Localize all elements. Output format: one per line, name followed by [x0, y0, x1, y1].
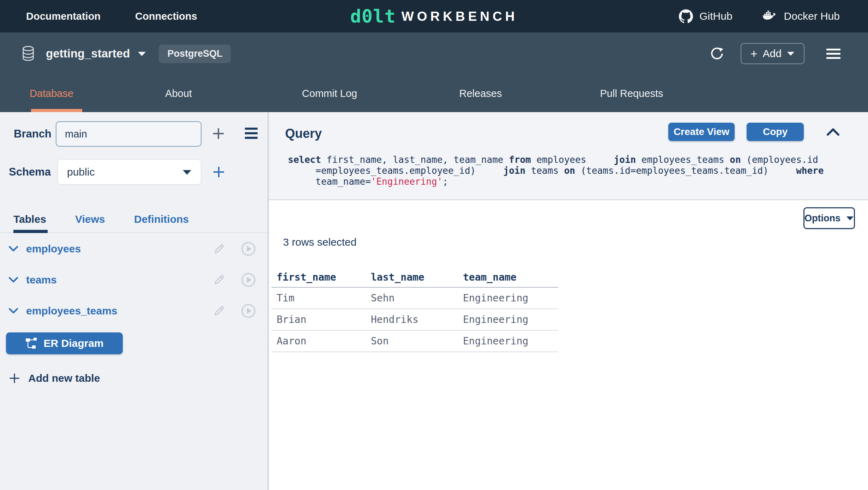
- results-row: BrianHendriksEngineering: [271, 309, 558, 331]
- sidebar-tab-tables[interactable]: Tables: [13, 213, 46, 225]
- expand-table-button[interactable]: [8, 246, 18, 252]
- tab-commit-log[interactable]: Commit Log: [254, 75, 405, 112]
- results-row: TimSehnEngineering: [271, 288, 558, 309]
- edit-table-button[interactable]: [212, 242, 226, 256]
- main-panel: Query Create View Copy select first_name…: [269, 112, 868, 490]
- results-header-row: first_namelast_nameteam_name: [271, 267, 558, 288]
- database-icon: [20, 45, 36, 62]
- chevron-down-icon: [787, 51, 795, 56]
- docker-hub-label: Docker Hub: [784, 10, 840, 22]
- external-links: GitHub Docker Hub: [679, 9, 840, 23]
- edit-table-button[interactable]: [212, 304, 226, 318]
- schema-label: Schema: [9, 166, 51, 178]
- options-button[interactable]: Options: [803, 207, 855, 229]
- tab-releases[interactable]: Releases: [405, 75, 556, 112]
- sql-line: team_name='Engineering';: [288, 176, 824, 187]
- expand-table-button[interactable]: [8, 277, 18, 283]
- tab-database[interactable]: Database: [0, 75, 103, 112]
- dolt-logo-text: d0lt: [350, 7, 396, 25]
- result-cell: Sehn: [366, 292, 458, 304]
- add-schema-button[interactable]: [212, 165, 225, 179]
- table-row: teams: [0, 264, 267, 295]
- sidebar: Branch Schema public TablesViewsDefiniti…: [0, 112, 269, 490]
- rows-selected-status: 3 rows selected: [283, 236, 356, 248]
- add-button[interactable]: + Add: [741, 43, 804, 64]
- content-area: Branch Schema public TablesViewsDefiniti…: [0, 112, 868, 490]
- table-name[interactable]: employees: [26, 243, 81, 255]
- query-buttons: Create View Copy: [668, 123, 840, 141]
- chevron-down-icon: [8, 277, 18, 283]
- add-button-label: Add: [763, 48, 782, 60]
- run-table-query-button[interactable]: [241, 241, 256, 257]
- query-title: Query: [285, 126, 322, 141]
- result-cell: Hendriks: [366, 314, 458, 325]
- refresh-button[interactable]: [710, 46, 724, 61]
- tab-pull-requests[interactable]: Pull Requests: [556, 75, 707, 112]
- plus-icon: +: [751, 48, 758, 59]
- er-diagram-button[interactable]: ER Diagram: [6, 332, 123, 354]
- schema-select[interactable]: public: [58, 159, 201, 185]
- sidebar-tab-definitions[interactable]: Definitions: [134, 213, 189, 225]
- chevron-down-icon: [182, 169, 192, 175]
- collapse-query-button[interactable]: [826, 128, 840, 136]
- chevron-down-icon: [846, 215, 854, 221]
- edit-table-button[interactable]: [212, 273, 226, 287]
- result-cell: Tim: [271, 292, 366, 304]
- results-row: AaronSonEngineering: [271, 331, 558, 352]
- table-list: employeesteamsemployees_teams: [0, 233, 267, 326]
- hamburger-menu-button[interactable]: [826, 49, 840, 59]
- result-cell: Brian: [271, 314, 366, 325]
- nav-link-connections[interactable]: Connections: [135, 11, 197, 22]
- chevron-down-icon: [8, 308, 18, 314]
- sql-line: =employees_teams.employee_id) join teams…: [288, 165, 824, 176]
- database-bar: getting_started PostgreSQL + Add Databas…: [0, 32, 868, 112]
- play-circle-icon: [241, 272, 256, 288]
- github-link[interactable]: GitHub: [679, 9, 732, 23]
- docker-hub-link[interactable]: Docker Hub: [763, 10, 840, 22]
- result-cell: Son: [366, 335, 458, 347]
- add-new-table-button[interactable]: Add new table: [8, 372, 100, 384]
- sql-line: select first_name, last_name, team_name …: [288, 154, 824, 165]
- chevron-down-icon: [8, 246, 18, 252]
- query-panel: Query Create View Copy select first_name…: [269, 112, 868, 200]
- branch-menu-button[interactable]: [245, 128, 258, 139]
- branch-input[interactable]: [56, 121, 201, 147]
- chevron-down-icon: [138, 51, 146, 56]
- add-new-table-label: Add new table: [28, 372, 100, 384]
- column-header: last_name: [366, 271, 458, 283]
- run-table-query-button[interactable]: [241, 272, 256, 288]
- schema-value: public: [67, 166, 95, 178]
- column-header: team_name: [458, 271, 558, 283]
- play-circle-icon: [241, 303, 256, 319]
- github-label: GitHub: [699, 10, 732, 22]
- er-diagram-icon: [25, 338, 37, 349]
- chevron-up-icon: [826, 128, 840, 136]
- options-label: Options: [804, 213, 840, 224]
- table-name[interactable]: employees_teams: [26, 305, 117, 317]
- database-name-dropdown[interactable]: getting_started: [46, 47, 146, 60]
- tab-about[interactable]: About: [103, 75, 254, 112]
- result-cell: Aaron: [271, 335, 366, 347]
- sql-editor[interactable]: select first_name, last_name, team_name …: [288, 154, 824, 187]
- docker-icon: [763, 10, 778, 22]
- column-header: first_name: [271, 271, 366, 283]
- table-row: employees_teams: [0, 295, 267, 326]
- copy-button[interactable]: Copy: [747, 123, 804, 141]
- database-row: getting_started PostgreSQL + Add: [0, 32, 868, 75]
- table-name[interactable]: teams: [26, 274, 57, 286]
- table-row: employees: [0, 233, 267, 264]
- result-cell: Engineering: [458, 335, 558, 347]
- expand-table-button[interactable]: [8, 308, 18, 314]
- branch-label: Branch: [14, 128, 52, 140]
- create-view-button[interactable]: Create View: [668, 123, 735, 141]
- nav-link-documentation[interactable]: Documentation: [26, 11, 101, 22]
- result-cell: Engineering: [458, 292, 558, 304]
- top-navbar: Documentation Connections d0lt WORKBENCH…: [0, 0, 868, 32]
- sidebar-tab-views[interactable]: Views: [75, 213, 105, 225]
- database-name: getting_started: [46, 47, 130, 60]
- run-table-query-button[interactable]: [241, 303, 256, 319]
- pencil-icon: [212, 273, 226, 287]
- app-logo: d0lt WORKBENCH: [350, 7, 518, 25]
- add-branch-button[interactable]: [212, 127, 225, 140]
- postgresql-badge: PostgreSQL: [159, 44, 231, 63]
